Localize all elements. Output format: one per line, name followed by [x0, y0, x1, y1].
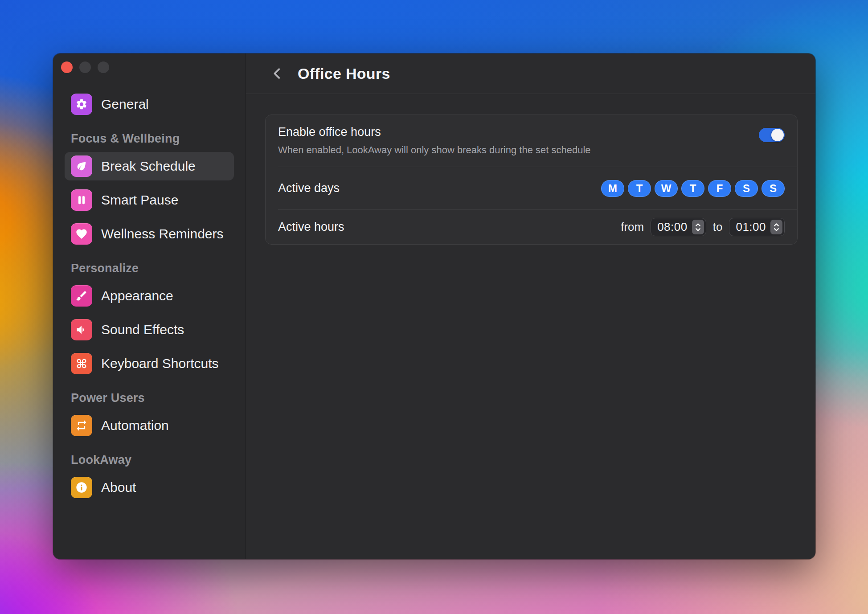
sidebar-item-about[interactable]: About	[65, 473, 234, 502]
sidebar-nav: General Focus & Wellbeing Break Schedule…	[65, 90, 234, 507]
page-header: Office Hours	[246, 53, 815, 94]
close-button[interactable]	[61, 61, 73, 73]
active-hours-label: Active hours	[278, 220, 344, 234]
settings-sidebar: General Focus & Wellbeing Break Schedule…	[53, 53, 246, 559]
day-button-sunday[interactable]: S	[762, 180, 785, 197]
sidebar-item-label: Wellness Reminders	[101, 226, 224, 242]
sidebar-item-automation[interactable]: Automation	[65, 411, 234, 440]
section-header-focus-wellbeing: Focus & Wellbeing	[65, 132, 234, 146]
sidebar-item-label: About	[101, 480, 136, 495]
sidebar-item-label: General	[101, 97, 149, 112]
enable-office-hours-text: Enable office hours When enabled, LookAw…	[278, 125, 591, 156]
enable-office-hours-subtitle: When enabled, LookAway will only show br…	[278, 144, 591, 156]
section-header-power-users: Power Users	[65, 391, 234, 405]
sidebar-item-keyboard-shortcuts[interactable]: Keyboard Shortcuts	[65, 349, 234, 378]
toggle-knob	[771, 129, 784, 141]
day-button-tuesday[interactable]: T	[628, 180, 651, 197]
heart-icon	[71, 223, 92, 245]
office-hours-card: Enable office hours When enabled, LookAw…	[265, 115, 798, 245]
day-button-monday[interactable]: M	[601, 180, 624, 197]
page-title: Office Hours	[298, 65, 390, 82]
enable-office-hours-title: Enable office hours	[278, 125, 591, 139]
from-label: from	[621, 220, 644, 234]
day-button-wednesday[interactable]: W	[655, 180, 678, 197]
to-time-field[interactable]: 01:00	[729, 218, 785, 236]
sidebar-item-label: Smart Pause	[101, 192, 178, 208]
section-header-lookaway: LookAway	[65, 453, 234, 467]
gear-icon	[71, 94, 92, 115]
enable-office-hours-toggle[interactable]	[759, 128, 785, 142]
active-days-row: Active days M T W T F S S	[266, 167, 797, 209]
active-hours-controls: from 08:00 to 01:00	[621, 218, 785, 236]
sidebar-item-label: Automation	[101, 418, 169, 433]
zoom-button[interactable]	[98, 61, 109, 73]
speaker-icon	[71, 319, 92, 340]
sidebar-item-label: Keyboard Shortcuts	[101, 356, 218, 371]
sidebar-item-label: Appearance	[101, 288, 173, 303]
lookaway-settings-window: General Focus & Wellbeing Break Schedule…	[53, 53, 815, 559]
window-controls	[61, 61, 109, 73]
main-panel: Office Hours Enable office hours When en…	[246, 53, 815, 559]
info-icon	[71, 477, 92, 498]
sidebar-item-wellness-reminders[interactable]: Wellness Reminders	[65, 220, 234, 248]
to-time-value: 01:00	[736, 220, 766, 234]
active-hours-row: Active hours from 08:00 to 01	[266, 210, 797, 244]
day-button-saturday[interactable]: S	[735, 180, 758, 197]
to-time-stepper[interactable]	[770, 220, 782, 234]
sidebar-item-label: Break Schedule	[101, 159, 196, 174]
command-icon	[71, 353, 92, 374]
to-label: to	[713, 220, 723, 234]
sidebar-item-appearance[interactable]: Appearance	[65, 282, 234, 310]
day-button-thursday[interactable]: T	[681, 180, 704, 197]
day-selector: M T W T F S S	[601, 180, 785, 197]
leaf-icon	[71, 156, 92, 177]
sidebar-item-label: Sound Effects	[101, 322, 184, 337]
pause-icon	[71, 189, 92, 211]
sidebar-item-general[interactable]: General	[65, 90, 234, 119]
sidebar-item-smart-pause[interactable]: Smart Pause	[65, 186, 234, 214]
sidebar-item-break-schedule[interactable]: Break Schedule	[65, 152, 234, 180]
repeat-icon	[71, 415, 92, 436]
enable-office-hours-row: Enable office hours When enabled, LookAw…	[266, 115, 797, 167]
desktop-wallpaper: General Focus & Wellbeing Break Schedule…	[0, 0, 868, 614]
brush-icon	[71, 285, 92, 307]
section-header-personalize: Personalize	[65, 262, 234, 275]
from-time-stepper[interactable]	[692, 220, 704, 234]
from-time-field[interactable]: 08:00	[651, 218, 706, 236]
active-days-label: Active days	[278, 181, 340, 195]
from-time-value: 08:00	[657, 220, 688, 234]
sidebar-item-sound-effects[interactable]: Sound Effects	[65, 315, 234, 344]
minimize-button[interactable]	[79, 61, 91, 73]
settings-content: Enable office hours When enabled, LookAw…	[246, 94, 815, 245]
back-button[interactable]	[268, 63, 286, 84]
day-button-friday[interactable]: F	[708, 180, 731, 197]
